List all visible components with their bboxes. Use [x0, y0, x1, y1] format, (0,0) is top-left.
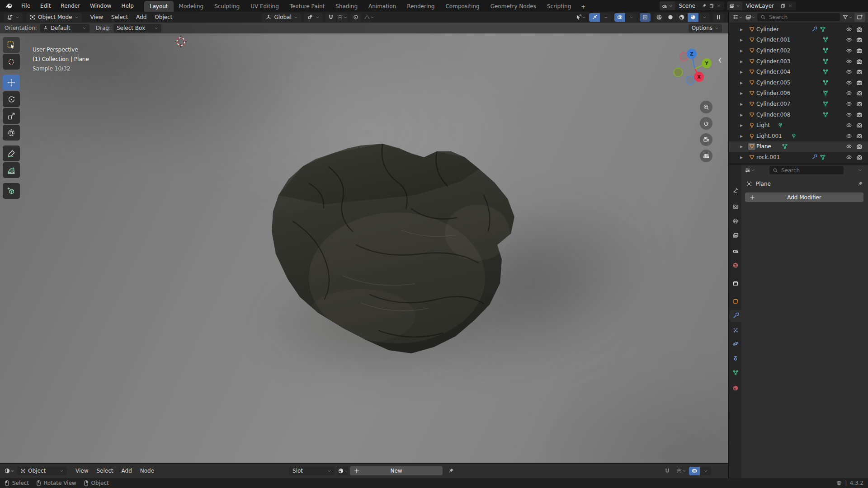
viewport-menu-select[interactable]: Select — [107, 12, 132, 23]
mesh-data-icon[interactable] — [822, 90, 829, 96]
mesh-data-icon[interactable] — [822, 37, 829, 43]
outliner-row-cylinder-004[interactable]: ▸ Cylinder.004 — [729, 66, 868, 77]
hide-eye-icon[interactable] — [846, 101, 852, 107]
properties-editor-type-button[interactable] — [744, 166, 755, 174]
menu-render[interactable]: Render — [56, 0, 85, 12]
tool-rotate[interactable] — [3, 91, 20, 107]
delete-scene-icon[interactable] — [716, 3, 722, 9]
network-globe-icon[interactable] — [836, 480, 842, 486]
render-visibility-icon[interactable] — [856, 112, 863, 118]
outliner-row-plane[interactable]: ▸ Plane — [729, 141, 868, 152]
viewport-menu-view[interactable]: View — [86, 12, 107, 23]
tool-measure[interactable] — [3, 162, 20, 178]
hide-eye-icon[interactable] — [846, 26, 852, 33]
proportional-editing-button[interactable] — [350, 13, 361, 22]
tab-particles[interactable] — [729, 324, 741, 336]
outliner-display-mode-button[interactable] — [745, 13, 755, 22]
new-material-button[interactable]: New — [350, 466, 443, 475]
mesh-data-icon[interactable] — [822, 112, 829, 118]
render-visibility-icon[interactable] — [856, 26, 863, 33]
mesh-data-icon[interactable] — [822, 80, 829, 86]
region-collapse-arrow[interactable]: ❮ — [718, 57, 722, 63]
viewport-menu-object[interactable]: Object — [151, 12, 176, 23]
render-visibility-icon[interactable] — [856, 47, 863, 54]
tool-move[interactable] — [3, 75, 20, 90]
expand-arrow-icon[interactable]: ▸ — [740, 80, 747, 86]
tab-view-layer[interactable] — [729, 230, 741, 241]
xray-toggle[interactable] — [640, 13, 651, 22]
navigation-gizmo[interactable]: Z Y X — [670, 43, 720, 93]
overlays-dropdown[interactable] — [626, 13, 637, 22]
pan-view-button[interactable] — [700, 117, 712, 130]
drag-setting-dropdown[interactable]: Select Box — [113, 24, 161, 33]
hide-eye-icon[interactable] — [846, 143, 852, 150]
viewport-menu-add[interactable]: Add — [132, 12, 151, 23]
scene-selector[interactable]: Scene — [660, 1, 724, 10]
light-data-icon[interactable] — [777, 122, 783, 128]
outliner-row-cylinder-006[interactable]: ▸ Cylinder.006 — [729, 88, 868, 99]
ortho-toggle-button[interactable] — [700, 150, 712, 162]
add-workspace-button[interactable]: + — [576, 2, 590, 12]
shader-snap-toggle[interactable] — [662, 467, 673, 475]
shader-snap-dropdown[interactable] — [675, 467, 686, 475]
outliner-row-cylinder-003[interactable]: ▸ Cylinder.003 — [729, 56, 868, 67]
new-scene-icon[interactable] — [709, 3, 714, 9]
expand-arrow-icon[interactable]: ▸ — [740, 122, 747, 128]
3d-viewport[interactable]: Object Mode View Select Add Object Globa… — [0, 12, 728, 463]
hide-eye-icon[interactable] — [846, 37, 852, 43]
outliner-search[interactable] — [757, 13, 840, 21]
tab-collection[interactable] — [729, 277, 741, 289]
expand-arrow-icon[interactable]: ▸ — [740, 101, 747, 107]
tab-sculpting[interactable]: Sculpting — [209, 1, 245, 12]
tool-select-box[interactable] — [3, 37, 20, 53]
viewlayer-browse-button[interactable] — [727, 1, 742, 10]
outliner-editor-type-button[interactable] — [732, 13, 743, 22]
tab-render[interactable] — [729, 201, 741, 212]
tab-texture-paint[interactable]: Texture Paint — [284, 1, 330, 12]
render-visibility-icon[interactable] — [856, 122, 863, 128]
mesh-data-icon[interactable] — [822, 47, 829, 54]
show-overlays-toggle[interactable] — [614, 13, 625, 22]
editor-divider-shader[interactable] — [0, 463, 728, 464]
tab-constraints[interactable] — [729, 352, 741, 364]
hide-eye-icon[interactable] — [846, 90, 852, 96]
pin-icon[interactable] — [448, 468, 454, 474]
pin-icon[interactable] — [857, 181, 863, 187]
mesh-data-icon[interactable] — [822, 58, 829, 65]
snap-settings-dropdown[interactable] — [337, 13, 348, 22]
axis-negative-y-handle[interactable] — [674, 68, 683, 77]
scene-browse-button[interactable] — [660, 1, 675, 10]
menu-file[interactable]: File — [16, 0, 35, 12]
shading-material-button[interactable] — [676, 13, 687, 22]
shader-type-dropdown[interactable]: Object — [17, 467, 67, 475]
expand-arrow-icon[interactable]: ▸ — [740, 143, 747, 150]
pivot-point-dropdown[interactable] — [304, 13, 323, 22]
mesh-data-icon[interactable] — [820, 154, 826, 160]
shading-solid-button[interactable] — [665, 13, 676, 22]
show-visibilities-dropdown[interactable] — [575, 13, 586, 22]
editor-divider-horizontal[interactable] — [729, 164, 868, 164]
gizmo-dropdown[interactable] — [600, 13, 611, 22]
axis-negative-z-handle[interactable] — [686, 76, 695, 84]
tab-uv-editing[interactable]: UV Editing — [245, 1, 284, 12]
tab-modeling[interactable]: Modeling — [174, 1, 209, 12]
blender-menu-button[interactable] — [0, 0, 16, 12]
viewlayer-selector[interactable]: ViewLayer — [727, 1, 796, 10]
delete-viewlayer-icon[interactable] — [788, 3, 793, 9]
tab-layout[interactable]: Layout — [144, 1, 174, 12]
render-visibility-icon[interactable] — [856, 37, 863, 43]
shading-dropdown[interactable] — [699, 13, 710, 22]
transform-orientation-dropdown[interactable]: Global — [262, 13, 301, 22]
tool-scale[interactable] — [3, 108, 20, 124]
menu-help[interactable]: Help — [116, 0, 138, 12]
tab-object-data[interactable] — [729, 367, 741, 379]
render-visibility-icon[interactable] — [856, 143, 863, 150]
hide-eye-icon[interactable] — [846, 58, 852, 65]
properties-search-input[interactable] — [780, 167, 840, 174]
shader-overlays-toggle[interactable] — [689, 467, 700, 475]
tab-geometry-nodes[interactable]: Geometry Nodes — [485, 1, 542, 12]
expand-arrow-icon[interactable]: ▸ — [740, 112, 747, 118]
outliner-row-cylinder-008[interactable]: ▸ Cylinder.008 — [729, 109, 868, 120]
render-visibility-icon[interactable] — [856, 154, 863, 160]
mode-dropdown[interactable]: Object Mode — [26, 13, 82, 22]
